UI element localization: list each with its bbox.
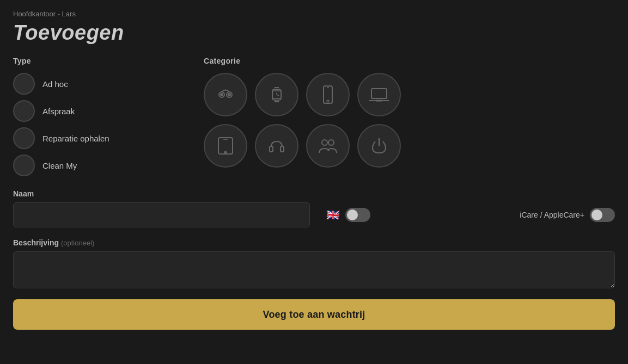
naam-label: Naam bbox=[13, 189, 615, 198]
svg-point-2 bbox=[221, 94, 223, 96]
svg-rect-11 bbox=[324, 86, 332, 103]
svg-line-10 bbox=[277, 95, 279, 96]
category-people[interactable] bbox=[306, 124, 350, 168]
icare-label: iCare / AppleCare+ bbox=[520, 211, 584, 219]
svg-rect-21 bbox=[281, 146, 284, 152]
radio-item-clean-my[interactable]: Clean My bbox=[13, 155, 182, 176]
type-label: Type bbox=[13, 57, 182, 65]
radio-item-ad-hoc[interactable]: Ad hoc bbox=[13, 73, 182, 95]
category-watch[interactable] bbox=[255, 73, 298, 116]
page-title: Toevoegen bbox=[13, 21, 615, 45]
category-earbuds[interactable] bbox=[204, 73, 247, 116]
svg-point-23 bbox=[328, 140, 334, 145]
breadcrumb: Hoofdkantoor - Lars bbox=[13, 10, 615, 18]
radio-label-reparatie: Reparatie ophalen bbox=[42, 134, 109, 143]
two-col-layout: Type Ad hoc Afspraak Reparatie ophalen C… bbox=[13, 57, 615, 176]
right-column: Categorie bbox=[204, 57, 615, 176]
radio-label-clean-my: Clean My bbox=[42, 161, 77, 170]
main-container: Hoofdkantoor - Lars Toevoegen Type Ad ho… bbox=[0, 0, 628, 341]
language-toggle-group: 🇬🇧 bbox=[326, 208, 370, 222]
svg-point-3 bbox=[228, 94, 230, 96]
radio-item-reparatie[interactable]: Reparatie ophalen bbox=[13, 127, 182, 149]
category-grid bbox=[204, 73, 615, 168]
radio-label-ad-hoc: Ad hoc bbox=[42, 79, 68, 89]
beschrijving-optional: (optioneel) bbox=[61, 239, 94, 247]
naam-input[interactable] bbox=[13, 202, 310, 227]
category-tablet[interactable] bbox=[204, 124, 247, 168]
svg-point-22 bbox=[322, 140, 327, 145]
radio-circle-clean-my[interactable] bbox=[13, 155, 35, 176]
svg-point-13 bbox=[327, 100, 329, 102]
naam-row: 🇬🇧 iCare / AppleCare+ bbox=[13, 202, 615, 227]
beschrijving-textarea[interactable] bbox=[13, 251, 615, 288]
svg-rect-14 bbox=[371, 89, 387, 98]
radio-label-afspraak: Afspraak bbox=[42, 107, 75, 116]
category-laptop[interactable] bbox=[357, 73, 401, 116]
category-headphones[interactable] bbox=[255, 124, 298, 168]
radio-circle-reparatie[interactable] bbox=[13, 127, 35, 149]
radio-circle-afspraak[interactable] bbox=[13, 100, 35, 122]
svg-point-19 bbox=[225, 152, 227, 153]
radio-circle-ad-hoc[interactable] bbox=[13, 73, 35, 95]
icare-toggle-group: iCare / AppleCare+ bbox=[520, 208, 615, 222]
beschrijving-label: Beschrijving (optioneel) bbox=[13, 238, 615, 247]
bottom-section: Naam 🇬🇧 iCare / AppleCare+ Beschrijving … bbox=[13, 189, 615, 330]
submit-button[interactable]: Voeg toe aan wachtrij bbox=[13, 299, 615, 330]
radio-item-afspraak[interactable]: Afspraak bbox=[13, 100, 182, 122]
left-column: Type Ad hoc Afspraak Reparatie ophalen C… bbox=[13, 57, 182, 176]
categorie-label: Categorie bbox=[204, 57, 615, 65]
svg-rect-20 bbox=[270, 146, 273, 152]
language-flag: 🇬🇧 bbox=[326, 208, 340, 221]
icare-toggle[interactable] bbox=[590, 208, 615, 222]
category-phone[interactable] bbox=[306, 73, 350, 116]
language-toggle[interactable] bbox=[345, 208, 370, 222]
category-power[interactable] bbox=[357, 124, 401, 168]
radio-group: Ad hoc Afspraak Reparatie ophalen Clean … bbox=[13, 73, 182, 176]
